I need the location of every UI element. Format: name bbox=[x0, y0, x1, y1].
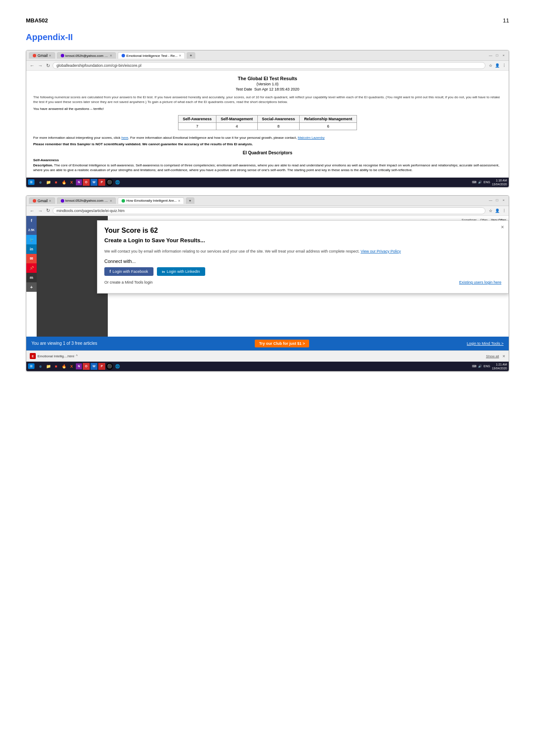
tab-ei-close[interactable]: × bbox=[179, 53, 181, 58]
tab2-gmail[interactable]: Gmail × bbox=[29, 197, 55, 204]
download-bar-close[interactable]: × bbox=[503, 353, 505, 359]
gmail-icon-2 bbox=[33, 199, 36, 203]
browser-window-2: Gmail × kmsol.052h@yahoo.com - Yaho... ×… bbox=[26, 195, 509, 372]
tb2-square-icon[interactable]: ■ bbox=[53, 363, 59, 370]
forward-btn[interactable]: → bbox=[37, 62, 44, 69]
maximize-btn-2[interactable]: □ bbox=[494, 198, 500, 203]
tab2-gmail-label: Gmail bbox=[38, 199, 48, 203]
tb-chrome-icon[interactable]: 🌐 bbox=[114, 179, 121, 186]
tb-n-icon[interactable]: N bbox=[76, 179, 82, 185]
tb-word-icon[interactable]: W bbox=[91, 179, 97, 186]
start-btn-2[interactable]: ⊞ bbox=[28, 363, 34, 369]
address-bar-1[interactable]: globalleadershipfoundation.com/cgi-bin/e… bbox=[53, 62, 485, 69]
tb2-edge-icon[interactable]: e bbox=[37, 363, 44, 370]
tb2-o-icon[interactable]: O bbox=[83, 363, 90, 370]
tb2-folder-icon[interactable]: 📁 bbox=[45, 363, 52, 370]
taskbar-right-1: ⌨ 🔊 ENG 1:16 AM 13/04/2020 bbox=[472, 178, 507, 186]
tab-yahoo-close[interactable]: × bbox=[110, 53, 112, 58]
refresh-btn-2[interactable]: ↻ bbox=[45, 207, 51, 214]
tab2-gmail-close[interactable]: × bbox=[49, 199, 51, 203]
menu-icon[interactable]: ⋮ bbox=[502, 63, 506, 68]
self-awareness-title: Self-Awareness bbox=[33, 158, 59, 162]
back-btn[interactable]: ← bbox=[29, 62, 35, 69]
social-m-btn[interactable]: m bbox=[26, 273, 37, 282]
browser-content-1: The Global EI Test Results (Version 1.0)… bbox=[26, 71, 509, 178]
privacy-policy-link[interactable]: View our Privacy Policy bbox=[360, 249, 400, 253]
close-btn[interactable]: × bbox=[501, 53, 506, 58]
tb-square-icon[interactable]: ■ bbox=[53, 179, 59, 186]
forward-btn-2[interactable]: → bbox=[37, 208, 44, 214]
tb-edge-icon[interactable]: e bbox=[37, 179, 44, 186]
tb-circle-icon[interactable]: ⚫ bbox=[106, 179, 113, 186]
login-facebook-btn[interactable]: f Login with Facebook bbox=[104, 267, 153, 276]
download-caret[interactable]: ^ bbox=[76, 354, 78, 358]
download-item: E Emotional Intellig....html ^ bbox=[30, 353, 78, 359]
show-all-btn[interactable]: Show all bbox=[486, 354, 499, 358]
tb2-n-icon[interactable]: N bbox=[76, 363, 82, 369]
tab2-mindtools-close[interactable]: × bbox=[178, 199, 180, 203]
tb2-firefox-icon[interactable]: 🔥 bbox=[60, 363, 67, 370]
tb-x-icon[interactable]: X bbox=[68, 179, 75, 186]
bookmark-icon-2[interactable]: ☆ bbox=[489, 209, 492, 213]
tb2-x-icon[interactable]: X bbox=[68, 363, 75, 370]
bookmark-icon[interactable]: ☆ bbox=[489, 63, 492, 68]
existing-users-link[interactable]: Existing users login here bbox=[459, 280, 501, 284]
tab-gmail[interactable]: Gmail × bbox=[29, 52, 55, 59]
tab-ei-label: Emotional Intelligence Test - Re... bbox=[126, 54, 178, 58]
social-pinterest-btn[interactable]: 📌 bbox=[26, 263, 37, 273]
try-club-btn[interactable]: Try our Club for just $1 > bbox=[255, 340, 309, 347]
ei-main-title: The Global EI Test Results bbox=[33, 76, 502, 81]
download-bar: E Emotional Intellig....html ^ Show all … bbox=[26, 350, 509, 362]
tb2-circle-icon[interactable]: ⚫ bbox=[106, 363, 113, 370]
modal-connect-label: Connect with... bbox=[104, 259, 501, 264]
tb-p-icon[interactable]: P bbox=[98, 179, 105, 186]
social-facebook-btn[interactable]: f bbox=[26, 216, 37, 225]
score-relationship-mgmt: 6 bbox=[300, 123, 357, 130]
privacy-link-text: View our Privacy Policy bbox=[360, 249, 400, 253]
tab-yahoo[interactable]: kmsol.052h@yahoo.com - Yaho... × bbox=[57, 52, 116, 59]
tab-gmail-close[interactable]: × bbox=[49, 53, 51, 58]
login-linkedin-btn[interactable]: in Login with LinkedIn bbox=[157, 267, 205, 276]
tb-firefox-icon[interactable]: 🔥 bbox=[60, 179, 67, 186]
score-social-awareness: 8 bbox=[257, 123, 300, 130]
social-twitter-btn[interactable]: 🐦 bbox=[26, 235, 37, 244]
minimize-btn[interactable]: — bbox=[488, 53, 493, 58]
tab2-mindtools[interactable]: How Emotionally Intelligent Are... × bbox=[118, 197, 184, 204]
page-header: MBA502 11 bbox=[26, 17, 509, 24]
page-title: MBA502 bbox=[26, 17, 48, 24]
refresh-btn[interactable]: ↻ bbox=[45, 62, 51, 69]
malcolm-link[interactable]: Malcolm Lazenby bbox=[298, 136, 325, 140]
social-linkedin-btn[interactable]: in bbox=[26, 244, 37, 254]
tb-o-icon[interactable]: O bbox=[83, 179, 90, 186]
social-email-btn[interactable]: ✉ bbox=[26, 254, 37, 263]
start-btn-1[interactable]: ⊞ bbox=[28, 179, 34, 185]
tab2-new[interactable]: + bbox=[186, 197, 194, 204]
tab2-yahoo[interactable]: kmsol.052h@yahoo.com - Yaho... × bbox=[57, 197, 116, 204]
ei-tab-icon bbox=[122, 54, 125, 57]
ei-footer1: For more information about interpreting … bbox=[33, 135, 502, 141]
close-btn-2[interactable]: × bbox=[501, 198, 506, 203]
ei-description: The following numerical scores are calcu… bbox=[33, 95, 502, 104]
address-bar-2[interactable]: mindtools.com/pages/article/ei-quiz.htm bbox=[53, 207, 485, 214]
tb2-word-icon[interactable]: W bbox=[91, 363, 97, 370]
tab2-yahoo-close[interactable]: × bbox=[110, 199, 112, 203]
maximize-btn[interactable]: □ bbox=[494, 53, 500, 58]
here-link[interactable]: here bbox=[122, 136, 128, 140]
social-facebook-count: 2.5K bbox=[26, 225, 37, 235]
social-add-btn[interactable]: + bbox=[26, 282, 37, 292]
tb2-time: 1:21 AM bbox=[492, 362, 507, 366]
tab-new[interactable]: + bbox=[187, 52, 195, 59]
minimize-btn-2[interactable]: — bbox=[488, 198, 493, 203]
menu-icon-2[interactable]: ⋮ bbox=[502, 209, 506, 213]
modal-close-btn[interactable]: × bbox=[501, 224, 504, 230]
tb2-chrome-icon[interactable]: 🌐 bbox=[114, 363, 121, 370]
account-icon-2[interactable]: 👤 bbox=[495, 209, 500, 213]
score-self-management: 4 bbox=[216, 123, 257, 130]
back-btn-2[interactable]: ← bbox=[29, 208, 35, 214]
save-results-modal: × Your Score is 62 Create a Login to Sav… bbox=[97, 220, 509, 294]
login-mindtools-btn[interactable]: Login to Mind Tools > bbox=[467, 341, 504, 346]
account-icon[interactable]: 👤 bbox=[495, 63, 500, 68]
tb-folder-icon[interactable]: 📁 bbox=[45, 179, 52, 186]
tab-ei-test[interactable]: Emotional Intelligence Test - Re... × bbox=[118, 52, 185, 59]
tb2-p-icon[interactable]: P bbox=[98, 363, 105, 370]
